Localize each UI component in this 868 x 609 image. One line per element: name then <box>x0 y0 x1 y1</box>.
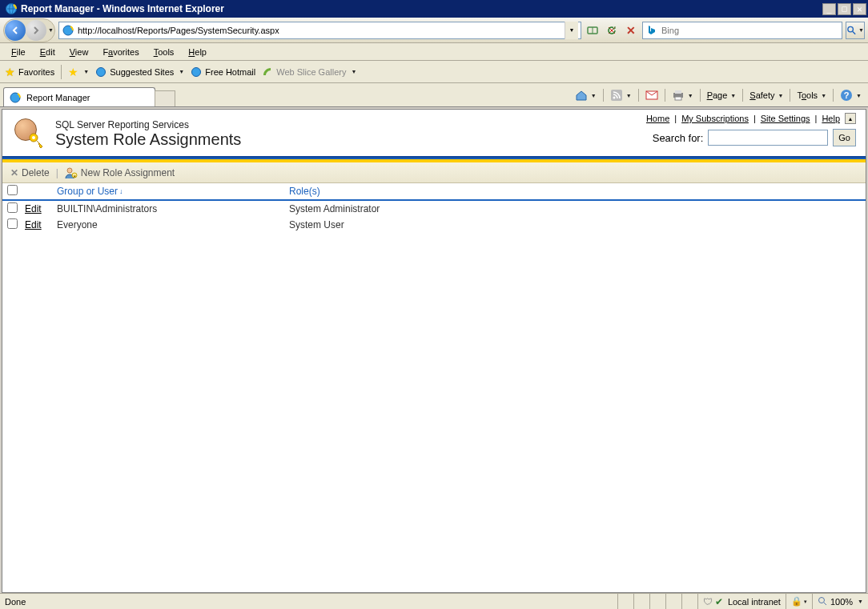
zoom-icon <box>818 596 827 607</box>
svg-point-6 <box>97 67 106 76</box>
edit-link[interactable]: Edit <box>25 203 42 214</box>
zoom-value: 100% <box>830 597 853 607</box>
window-title: Report Manager - Windows Internet Explor… <box>21 3 821 14</box>
ssrs-subtitle: SQL Server Reporting Services <box>55 119 241 130</box>
select-all-checkbox[interactable] <box>7 185 18 195</box>
new-role-assignment-button[interactable]: ★ New Role Assignment <box>65 166 175 179</box>
status-pane-5 <box>681 594 697 609</box>
table-row: EditBUILTIN\AdministratorsSystem Adminis… <box>2 201 866 217</box>
search-for-input[interactable] <box>708 130 828 146</box>
new-tab-button[interactable] <box>155 90 175 106</box>
search-box[interactable] <box>642 22 842 39</box>
web-slice-label: Web Slice Gallery <box>276 67 346 77</box>
ssrs-title: System Role Assignments <box>55 130 241 149</box>
menu-tools[interactable]: Tools <box>147 46 181 58</box>
status-text: Done <box>0 594 617 609</box>
cell-role: System Administrator <box>289 203 858 214</box>
favorites-bar: ★ Favorites ★ ▼ Suggested Sites ▼ Free H… <box>0 61 868 83</box>
svg-line-5 <box>853 31 855 34</box>
svg-rect-14 <box>675 97 681 100</box>
free-hotmail-label: Free Hotmail <box>205 67 255 77</box>
refresh-button[interactable] <box>604 22 620 38</box>
privacy-icon: 🔒 <box>791 596 802 607</box>
favorites-label: Favorites <box>18 67 54 77</box>
compatibility-view-button[interactable] <box>585 22 601 38</box>
table-row: EditEveryoneSystem User <box>2 217 866 233</box>
feeds-button[interactable]: ▼ <box>607 87 635 103</box>
stop-button[interactable]: ✕ <box>623 22 639 38</box>
ie-icon <box>5 2 18 15</box>
svg-point-10 <box>613 97 615 99</box>
home-icon <box>575 89 588 102</box>
read-mail-button[interactable] <box>642 87 661 103</box>
printer-icon <box>672 89 685 102</box>
ie-icon <box>191 66 202 78</box>
header-group-user[interactable]: Group or User <box>57 186 118 197</box>
status-pane-2 <box>633 594 649 609</box>
menu-file[interactable]: File <box>5 46 32 58</box>
safety-menu[interactable]: Safety▼ <box>746 89 786 102</box>
browser-tab[interactable]: Report Manager <box>3 87 155 106</box>
navigation-toolbar: ▼ ▼ ✕ ▼ <box>0 18 868 43</box>
nav-history-dropdown[interactable]: ▼ <box>48 27 54 33</box>
cell-group: BUILTIN\Administrators <box>57 203 289 214</box>
free-hotmail-link[interactable]: Free Hotmail <box>191 66 255 78</box>
row-checkbox[interactable] <box>7 202 18 213</box>
svg-point-22 <box>818 597 824 603</box>
search-area: Search for: Go <box>653 129 856 146</box>
status-zoom[interactable]: 100% ▼ <box>812 594 868 609</box>
edit-link[interactable]: Edit <box>25 219 42 230</box>
favorites-button[interactable]: ★ Favorites <box>5 66 54 78</box>
site-settings-link[interactable]: Site Settings <box>761 114 810 123</box>
cell-role: System User <box>289 219 858 230</box>
home-link[interactable]: Home <box>646 114 669 123</box>
svg-line-23 <box>824 603 826 605</box>
minimize-button[interactable]: _ <box>822 3 836 15</box>
search-go-button[interactable]: ▼ <box>846 22 865 39</box>
tools-menu[interactable]: Tools▼ <box>794 89 830 102</box>
suggested-sites-label: Suggested Sites <box>110 67 174 77</box>
back-button[interactable] <box>5 20 26 41</box>
action-toolbar: ✕ Delete | ★ New Role Assignment <box>2 162 866 183</box>
suggested-sites-link[interactable]: Suggested Sites ▼ <box>95 66 184 78</box>
go-button[interactable]: Go <box>833 129 856 146</box>
rows-container: EditBUILTIN\AdministratorsSystem Adminis… <box>2 201 866 233</box>
rss-icon <box>610 89 623 102</box>
menu-help[interactable]: Help <box>182 46 213 58</box>
delete-label: Delete <box>22 167 50 178</box>
zone-label: Local intranet <box>728 597 781 607</box>
status-zone[interactable]: 🛡 ✔ Local intranet <box>697 594 786 609</box>
help-button[interactable]: ?▼ <box>837 87 865 103</box>
my-subscriptions-link[interactable]: My Subscriptions <box>681 114 749 123</box>
maximize-button[interactable]: □ <box>838 3 851 15</box>
header-roles[interactable]: Role(s) <box>289 186 320 197</box>
svg-rect-13 <box>675 90 681 94</box>
help-link[interactable]: Help <box>822 114 840 123</box>
search-input[interactable] <box>661 26 839 35</box>
menu-view[interactable]: View <box>63 46 95 58</box>
ie-icon <box>9 91 22 104</box>
add-to-favorites-bar-button[interactable]: ★ ▼ <box>68 66 89 78</box>
forward-button[interactable] <box>26 20 46 41</box>
web-slice-gallery-link[interactable]: Web Slice Gallery ▼ <box>262 66 356 78</box>
ie-icon <box>95 66 106 78</box>
favbar-separator <box>61 65 62 79</box>
menu-edit[interactable]: Edit <box>34 46 62 58</box>
page-menu[interactable]: Page▼ <box>704 89 740 102</box>
status-bar: Done 🛡 ✔ Local intranet 🔒▾ 100% ▼ <box>0 593 868 609</box>
row-checkbox[interactable] <box>7 218 18 229</box>
address-input[interactable] <box>74 26 565 35</box>
address-bar[interactable]: ▼ <box>58 22 581 39</box>
status-privacy[interactable]: 🔒▾ <box>786 594 812 609</box>
tab-bar: Report Manager ▼ ▼ ▼ Page▼ Safety▼ Tools… <box>0 83 868 107</box>
home-button[interactable]: ▼ <box>572 87 600 103</box>
menu-favorites[interactable]: Favorites <box>96 46 145 58</box>
top-links: Home | My Subscriptions | Site Settings … <box>646 113 856 124</box>
print-button[interactable]: ▼ <box>669 87 697 103</box>
protected-mode-icon: 🛡 <box>703 596 713 607</box>
cell-group: Everyone <box>57 219 289 230</box>
delete-button[interactable]: ✕ Delete <box>10 167 50 178</box>
close-button[interactable]: ✕ <box>853 3 866 15</box>
scroll-up-button[interactable]: ▲ <box>845 113 856 124</box>
address-dropdown[interactable]: ▼ <box>565 22 578 39</box>
